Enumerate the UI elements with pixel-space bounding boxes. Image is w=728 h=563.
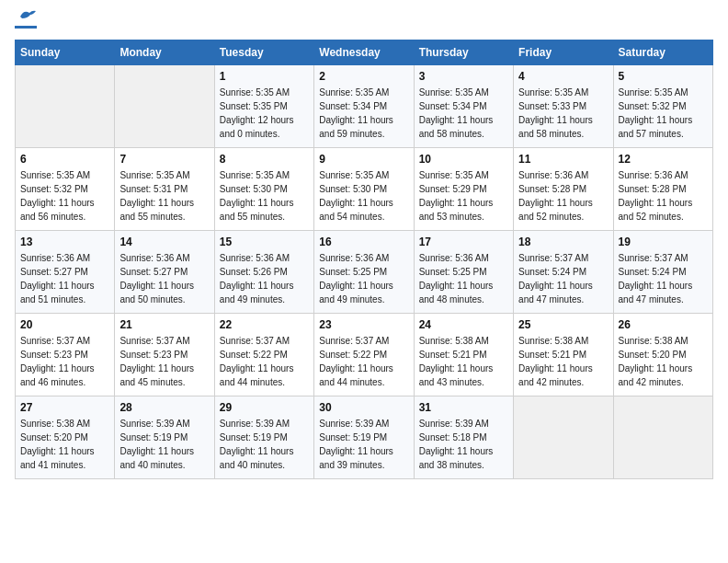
day-number: 28 xyxy=(119,401,209,414)
calendar-cell: 10Sunrise: 5:35 AM Sunset: 5:29 PM Dayli… xyxy=(414,148,513,231)
calendar-cell: 7Sunrise: 5:35 AM Sunset: 5:31 PM Daylig… xyxy=(115,148,214,231)
logo xyxy=(15,15,37,29)
day-info: Sunrise: 5:37 AM Sunset: 5:23 PM Dayligh… xyxy=(119,334,209,389)
day-number: 10 xyxy=(419,153,508,166)
calendar-cell: 20Sunrise: 5:37 AM Sunset: 5:23 PM Dayli… xyxy=(16,314,115,396)
day-number: 15 xyxy=(220,236,309,248)
day-number: 2 xyxy=(319,70,408,83)
day-info: Sunrise: 5:35 AM Sunset: 5:32 PM Dayligh… xyxy=(619,86,708,141)
weekday-header-wednesday: Wednesday xyxy=(314,40,414,65)
day-info: Sunrise: 5:39 AM Sunset: 5:19 PM Dayligh… xyxy=(319,417,408,472)
day-number: 20 xyxy=(20,318,109,331)
day-info: Sunrise: 5:36 AM Sunset: 5:27 PM Dayligh… xyxy=(20,251,109,306)
logo-underline xyxy=(15,26,37,29)
day-number: 27 xyxy=(20,401,109,414)
calendar-cell: 16Sunrise: 5:36 AM Sunset: 5:25 PM Dayli… xyxy=(314,231,414,314)
day-info: Sunrise: 5:39 AM Sunset: 5:18 PM Dayligh… xyxy=(419,417,508,472)
day-info: Sunrise: 5:38 AM Sunset: 5:20 PM Dayligh… xyxy=(20,417,109,472)
calendar-cell: 9Sunrise: 5:35 AM Sunset: 5:30 PM Daylig… xyxy=(314,148,414,231)
day-number: 4 xyxy=(518,70,608,83)
day-number: 31 xyxy=(419,401,508,414)
weekday-header-row: SundayMondayTuesdayWednesdayThursdayFrid… xyxy=(16,40,713,65)
day-info: Sunrise: 5:35 AM Sunset: 5:33 PM Dayligh… xyxy=(518,86,608,141)
day-number: 7 xyxy=(119,153,209,166)
day-info: Sunrise: 5:36 AM Sunset: 5:25 PM Dayligh… xyxy=(419,251,508,306)
day-number: 3 xyxy=(419,70,508,83)
day-info: Sunrise: 5:36 AM Sunset: 5:27 PM Dayligh… xyxy=(119,251,209,306)
calendar-table: SundayMondayTuesdayWednesdayThursdayFrid… xyxy=(15,40,713,479)
day-number: 14 xyxy=(119,236,209,248)
day-info: Sunrise: 5:39 AM Sunset: 5:19 PM Dayligh… xyxy=(220,417,309,472)
day-number: 26 xyxy=(619,318,708,331)
day-number: 24 xyxy=(419,318,508,331)
day-number: 12 xyxy=(619,153,708,166)
week-row-5: 27Sunrise: 5:38 AM Sunset: 5:20 PM Dayli… xyxy=(16,396,713,479)
day-info: Sunrise: 5:38 AM Sunset: 5:20 PM Dayligh… xyxy=(619,334,708,389)
day-number: 25 xyxy=(518,318,608,331)
calendar-cell: 17Sunrise: 5:36 AM Sunset: 5:25 PM Dayli… xyxy=(414,231,513,314)
calendar-cell: 14Sunrise: 5:36 AM Sunset: 5:27 PM Dayli… xyxy=(115,231,214,314)
weekday-header-saturday: Saturday xyxy=(613,40,712,65)
week-row-3: 13Sunrise: 5:36 AM Sunset: 5:27 PM Dayli… xyxy=(16,231,713,314)
calendar-cell: 25Sunrise: 5:38 AM Sunset: 5:21 PM Dayli… xyxy=(514,314,613,396)
day-info: Sunrise: 5:38 AM Sunset: 5:21 PM Dayligh… xyxy=(419,334,508,389)
day-info: Sunrise: 5:37 AM Sunset: 5:23 PM Dayligh… xyxy=(20,334,109,389)
day-info: Sunrise: 5:35 AM Sunset: 5:34 PM Dayligh… xyxy=(419,86,508,141)
day-info: Sunrise: 5:35 AM Sunset: 5:34 PM Dayligh… xyxy=(319,86,408,141)
calendar-cell: 27Sunrise: 5:38 AM Sunset: 5:20 PM Dayli… xyxy=(16,396,115,479)
day-number: 8 xyxy=(220,153,309,166)
week-row-1: 1Sunrise: 5:35 AM Sunset: 5:35 PM Daylig… xyxy=(16,65,713,148)
day-info: Sunrise: 5:39 AM Sunset: 5:19 PM Dayligh… xyxy=(119,417,209,472)
calendar-cell: 1Sunrise: 5:35 AM Sunset: 5:35 PM Daylig… xyxy=(214,65,313,148)
day-number: 13 xyxy=(20,236,109,248)
day-info: Sunrise: 5:36 AM Sunset: 5:28 PM Dayligh… xyxy=(619,168,708,224)
day-number: 1 xyxy=(220,70,309,83)
calendar-cell: 6Sunrise: 5:35 AM Sunset: 5:32 PM Daylig… xyxy=(16,148,115,231)
day-number: 23 xyxy=(319,318,408,331)
day-info: Sunrise: 5:36 AM Sunset: 5:25 PM Dayligh… xyxy=(319,251,408,306)
day-number: 22 xyxy=(220,318,309,331)
calendar-cell xyxy=(115,65,214,148)
day-info: Sunrise: 5:37 AM Sunset: 5:24 PM Dayligh… xyxy=(518,251,608,306)
day-info: Sunrise: 5:37 AM Sunset: 5:22 PM Dayligh… xyxy=(220,334,309,389)
calendar-cell xyxy=(514,396,613,479)
day-number: 5 xyxy=(619,70,708,83)
day-info: Sunrise: 5:35 AM Sunset: 5:29 PM Dayligh… xyxy=(419,168,508,224)
calendar-cell: 11Sunrise: 5:36 AM Sunset: 5:28 PM Dayli… xyxy=(514,148,613,231)
calendar-cell: 30Sunrise: 5:39 AM Sunset: 5:19 PM Dayli… xyxy=(314,396,414,479)
week-row-4: 20Sunrise: 5:37 AM Sunset: 5:23 PM Dayli… xyxy=(16,314,713,396)
day-number: 19 xyxy=(619,236,708,248)
day-number: 17 xyxy=(419,236,508,248)
calendar-cell: 8Sunrise: 5:35 AM Sunset: 5:30 PM Daylig… xyxy=(214,148,313,231)
week-row-2: 6Sunrise: 5:35 AM Sunset: 5:32 PM Daylig… xyxy=(16,148,713,231)
calendar-cell: 12Sunrise: 5:36 AM Sunset: 5:28 PM Dayli… xyxy=(613,148,712,231)
calendar-body: 1Sunrise: 5:35 AM Sunset: 5:35 PM Daylig… xyxy=(16,65,713,479)
calendar-cell: 5Sunrise: 5:35 AM Sunset: 5:32 PM Daylig… xyxy=(613,65,712,148)
weekday-header-monday: Monday xyxy=(115,40,214,65)
calendar-cell: 13Sunrise: 5:36 AM Sunset: 5:27 PM Dayli… xyxy=(16,231,115,314)
calendar-cell: 15Sunrise: 5:36 AM Sunset: 5:26 PM Dayli… xyxy=(214,231,313,314)
calendar-cell: 23Sunrise: 5:37 AM Sunset: 5:22 PM Dayli… xyxy=(314,314,414,396)
calendar-cell: 29Sunrise: 5:39 AM Sunset: 5:19 PM Dayli… xyxy=(214,396,313,479)
calendar-cell: 3Sunrise: 5:35 AM Sunset: 5:34 PM Daylig… xyxy=(414,65,513,148)
day-info: Sunrise: 5:36 AM Sunset: 5:28 PM Dayligh… xyxy=(518,168,608,224)
day-number: 11 xyxy=(518,153,608,166)
calendar-cell: 31Sunrise: 5:39 AM Sunset: 5:18 PM Dayli… xyxy=(414,396,513,479)
day-number: 6 xyxy=(20,153,109,166)
calendar-cell: 4Sunrise: 5:35 AM Sunset: 5:33 PM Daylig… xyxy=(514,65,613,148)
day-number: 9 xyxy=(319,153,408,166)
day-info: Sunrise: 5:35 AM Sunset: 5:31 PM Dayligh… xyxy=(119,168,209,224)
calendar-cell: 18Sunrise: 5:37 AM Sunset: 5:24 PM Dayli… xyxy=(514,231,613,314)
day-info: Sunrise: 5:35 AM Sunset: 5:35 PM Dayligh… xyxy=(220,86,309,141)
day-info: Sunrise: 5:35 AM Sunset: 5:30 PM Dayligh… xyxy=(319,168,408,224)
day-number: 16 xyxy=(319,236,408,248)
day-info: Sunrise: 5:37 AM Sunset: 5:24 PM Dayligh… xyxy=(619,251,708,306)
day-info: Sunrise: 5:37 AM Sunset: 5:22 PM Dayligh… xyxy=(319,334,408,389)
calendar-cell: 26Sunrise: 5:38 AM Sunset: 5:20 PM Dayli… xyxy=(613,314,712,396)
day-number: 30 xyxy=(319,401,408,414)
day-number: 18 xyxy=(518,236,608,248)
weekday-header-tuesday: Tuesday xyxy=(214,40,313,65)
day-info: Sunrise: 5:35 AM Sunset: 5:32 PM Dayligh… xyxy=(20,168,109,224)
calendar-cell xyxy=(16,65,115,148)
calendar-cell: 21Sunrise: 5:37 AM Sunset: 5:23 PM Dayli… xyxy=(115,314,214,396)
